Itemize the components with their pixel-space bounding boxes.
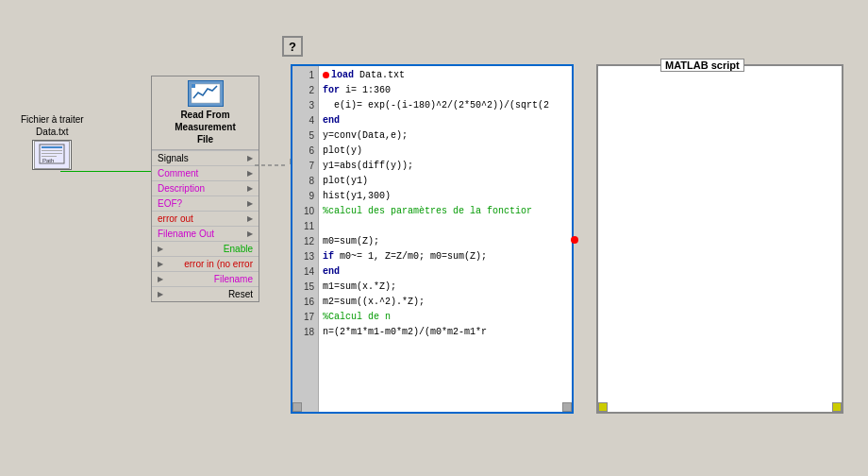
- code-line-17: %Calcul de n: [323, 310, 568, 325]
- line-num-2: 2: [292, 83, 318, 98]
- matlab-title: MATLAB script: [660, 59, 744, 72]
- line-num-15: 15: [292, 280, 318, 295]
- file-label-top: Fichier à traiter Data.txt: [21, 113, 84, 138]
- matlab-corner-br[interactable]: [832, 402, 842, 412]
- code-line-11: [323, 219, 568, 234]
- menu-item-description[interactable]: Description ▶: [152, 180, 259, 196]
- code-line-14: end: [323, 264, 568, 280]
- arrow-comment: ▶: [247, 169, 253, 178]
- line-num-16: 16: [292, 295, 318, 310]
- svg-rect-1: [42, 146, 62, 148]
- menu-item-error-out[interactable]: error out ▶: [152, 211, 259, 226]
- code-line-8: plot(y1): [323, 174, 568, 189]
- arrow-error-out: ▶: [247, 214, 253, 223]
- line-num-13: 13: [292, 249, 318, 264]
- code-corner-bl[interactable]: [292, 402, 302, 412]
- help-button[interactable]: ?: [282, 36, 303, 57]
- menu-item-comment[interactable]: Comment ▶: [152, 165, 259, 180]
- arrow-signals: ▶: [247, 154, 253, 162]
- line-num-5: 5: [292, 128, 318, 144]
- menu-item-enable[interactable]: ▶ Enable: [152, 241, 259, 256]
- file-block: Fichier à traiter Data.txt Path: [21, 113, 84, 170]
- menu-item-reset[interactable]: ▶ Reset: [152, 286, 259, 301]
- arrow-description: ▶: [247, 184, 253, 193]
- line-num-8: 8: [292, 174, 318, 189]
- arrow-eof: ▶: [247, 199, 253, 208]
- svg-text:Path: Path: [42, 158, 54, 163]
- code-line-3: e(i)= exp(-(i-180)^2/(2*50^2))/(sqrt(2: [323, 98, 568, 113]
- menu-item-signals[interactable]: Signals ▶: [152, 150, 259, 165]
- arrow-enable-left: ▶: [158, 245, 163, 253]
- code-line-1: load Data.txt: [323, 68, 568, 83]
- line-num-18: 18: [292, 325, 318, 340]
- svg-rect-3: [42, 153, 62, 154]
- arrow-filename-out: ▶: [247, 230, 253, 238]
- code-editor-block[interactable]: 1 2 3 4 5 6 7 8 9 10 11 12 13 14 15 16 1…: [291, 64, 574, 414]
- code-line-13: if m0~= 1, Z=Z/m0; m0=sum(Z);: [323, 249, 568, 264]
- svg-rect-8: [192, 84, 195, 88]
- code-line-2: for i= 1:360: [323, 83, 568, 98]
- arrow-reset-left: ▶: [158, 290, 163, 298]
- code-line-7: y1=abs(diff(y));: [323, 159, 568, 174]
- line-num-9: 9: [292, 189, 318, 204]
- code-line-6: plot(y): [323, 144, 568, 159]
- line-num-6: 6: [292, 144, 318, 159]
- code-line-4: end: [323, 113, 568, 128]
- code-line-9: hist(y1,300): [323, 189, 568, 204]
- line-numbers: 1 2 3 4 5 6 7 8 9 10 11 12 13 14 15 16 1…: [292, 66, 319, 412]
- line-num-14: 14: [292, 264, 318, 280]
- line-num-11: 11: [292, 219, 318, 234]
- code-line-15: m1=sum(x.*Z);: [323, 280, 568, 295]
- component-block: Read From Measurement File Signals ▶ Com…: [151, 76, 259, 302]
- code-line-16: m2=sum((x.^2).*Z);: [323, 295, 568, 310]
- line-num-12: 12: [292, 234, 318, 249]
- file-icon-text: Path: [34, 141, 70, 169]
- code-line-18: n=(2*m1*m1-m0*m2)/(m0*m2-m1*r: [323, 325, 568, 340]
- code-line-5: y=conv(Data,e);: [323, 128, 568, 144]
- svg-rect-4: [42, 156, 57, 157]
- connector-line-file: [60, 171, 159, 173]
- line-num-17: 17: [292, 310, 318, 325]
- file-icon[interactable]: Path: [32, 140, 72, 170]
- menu-item-filename[interactable]: ▶ Filename: [152, 271, 259, 286]
- code-content[interactable]: load Data.txt for i= 1:360 e(i)= exp(-(i…: [319, 66, 572, 412]
- line-num-3: 3: [292, 98, 318, 113]
- component-menu: Signals ▶ Comment ▶ Description ▶ EOF? ▶…: [152, 150, 259, 301]
- matlab-block[interactable]: [596, 64, 843, 414]
- line-num-7: 7: [292, 159, 318, 174]
- code-line-12: m0=sum(Z);: [323, 234, 568, 249]
- code-corner-br[interactable]: [562, 402, 572, 412]
- line-num-1: 1: [292, 68, 318, 83]
- component-icon: [188, 80, 224, 107]
- menu-item-filename-out[interactable]: Filename Out ▶: [152, 226, 259, 241]
- line-num-4: 4: [292, 113, 318, 128]
- svg-rect-2: [42, 150, 62, 151]
- code-line-10: %calcul des paramètres de la fonctior: [323, 204, 568, 219]
- menu-item-error-in[interactable]: ▶ error in (no error: [152, 256, 259, 271]
- line-num-10: 10: [292, 204, 318, 219]
- arrow-filename-left: ▶: [158, 275, 163, 283]
- component-title: Read From Measurement File: [156, 109, 255, 145]
- matlab-corner-bl[interactable]: [598, 402, 608, 412]
- component-header: Read From Measurement File: [152, 76, 259, 150]
- menu-item-eof[interactable]: EOF? ▶: [152, 196, 259, 211]
- code-output-terminal: [571, 236, 578, 244]
- arrow-error-in-left: ▶: [158, 260, 163, 268]
- code-area: 1 2 3 4 5 6 7 8 9 10 11 12 13 14 15 16 1…: [292, 66, 572, 412]
